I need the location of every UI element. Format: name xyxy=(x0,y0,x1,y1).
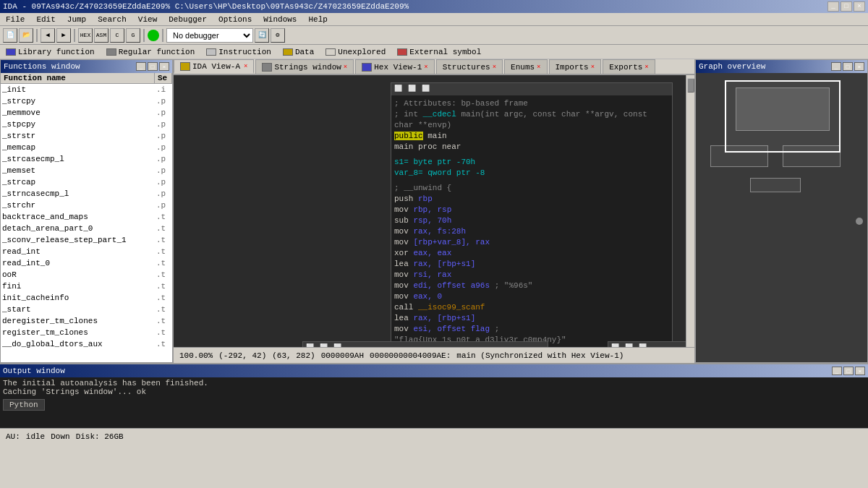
menu-jump[interactable]: Jump xyxy=(64,15,89,24)
graph-area[interactable]: ⬜⬜⬜ ; Attributes: bp-based frame ; int _… xyxy=(174,75,694,347)
graph-overview-content[interactable] xyxy=(696,73,867,362)
functions-minimize[interactable]: _ xyxy=(136,62,146,71)
minimize-button[interactable]: _ xyxy=(827,1,839,12)
list-item[interactable]: _memmove.p xyxy=(1,107,172,119)
functions-list[interactable]: _init.i _strcpy.p _memmove.p _stpcpy.p _… xyxy=(1,84,172,362)
strings-icon xyxy=(262,63,272,72)
list-item[interactable]: _strchr.p xyxy=(1,200,172,211)
legend-instruction: Instruction xyxy=(206,48,271,56)
list-item[interactable]: detach_arena_part_0.t xyxy=(1,223,172,234)
list-item[interactable]: _strcpy.p xyxy=(1,95,172,107)
menu-file[interactable]: File xyxy=(3,15,27,24)
output-content[interactable]: The initial autoanalysis has been finish… xyxy=(0,377,868,428)
list-item[interactable]: init_cacheinfo.t xyxy=(1,292,172,304)
tab-close-strings[interactable]: × xyxy=(344,64,347,71)
list-item[interactable]: _init.i xyxy=(1,84,172,95)
list-item[interactable]: read_int.t xyxy=(1,246,172,257)
scroll-thumb[interactable] xyxy=(687,78,694,93)
list-item[interactable]: _strstr.p xyxy=(1,130,172,142)
tab-close-enums[interactable]: × xyxy=(537,64,540,71)
public-main-line: public main xyxy=(394,131,669,142)
legend-unexplored: Unexplored xyxy=(326,48,386,56)
status-func-info: main (Synchronized with Hex View-1) xyxy=(456,351,624,360)
toolbar-sep-3 xyxy=(143,29,145,42)
refresh-button[interactable]: 🔄 xyxy=(255,28,269,43)
instr-mov-eax0: mov eax, 0 xyxy=(394,291,669,302)
functions-close[interactable]: × xyxy=(159,62,169,71)
list-item[interactable]: read_int_0.t xyxy=(1,257,172,269)
tryagain-block-header: ⬜⬜⬜ xyxy=(608,342,694,347)
col-header-seg: Se xyxy=(155,73,172,83)
tab-structures[interactable]: Structures × xyxy=(436,59,503,74)
tab-close-structures[interactable]: × xyxy=(493,64,496,71)
menu-help[interactable]: Help xyxy=(305,15,330,24)
var-decl: var_8= qword ptr -8 xyxy=(394,168,669,179)
functions-title-bar: Functions window _ □ × xyxy=(1,60,172,73)
new-button[interactable]: 📄 xyxy=(3,28,17,43)
functions-float[interactable]: □ xyxy=(148,62,158,71)
legend-unexplored-color xyxy=(326,48,336,56)
instr-call-scanf: call __isoc99_scanf xyxy=(394,302,669,313)
title-bar: IDA - 09TAs943c/Z47023659EZddaE209% C:\U… xyxy=(0,0,868,13)
code-button[interactable]: C xyxy=(110,28,124,43)
tab-close-hex[interactable]: × xyxy=(424,64,427,71)
overview-close[interactable]: × xyxy=(854,62,864,71)
output-float[interactable]: □ xyxy=(843,367,854,375)
list-item[interactable]: __do_global_dtors_aux.t xyxy=(1,338,172,350)
back-button[interactable]: ◀ xyxy=(41,28,55,43)
instr-mov3: mov [rbp+var_8], rax xyxy=(394,237,669,248)
output-minimize[interactable]: _ xyxy=(832,367,842,375)
overview-float[interactable]: □ xyxy=(843,62,853,71)
overview-minimize[interactable]: _ xyxy=(831,62,841,71)
debugger-dropdown[interactable]: No debugger xyxy=(166,28,253,43)
menu-edit[interactable]: Edit xyxy=(33,15,58,24)
list-item[interactable]: _memcap.p xyxy=(1,142,172,153)
output-close[interactable]: × xyxy=(855,367,865,375)
python-tab[interactable]: Python xyxy=(3,399,45,411)
menu-options[interactable]: Options xyxy=(216,15,255,24)
asm-button[interactable]: ASM xyxy=(94,28,109,43)
list-item[interactable]: backtrace_and_maps.t xyxy=(1,211,172,223)
list-item[interactable]: _strcap.p xyxy=(1,176,172,188)
toolbar-sep-2 xyxy=(74,29,75,42)
list-item[interactable]: register_tm_clones.t xyxy=(1,327,172,338)
tab-imports-label: Imports xyxy=(556,63,589,72)
menu-debugger[interactable]: Debugger xyxy=(166,15,210,24)
list-item[interactable]: _memset.p xyxy=(1,165,172,176)
tab-ida-view[interactable]: IDA View-A × xyxy=(174,59,254,74)
tab-hex-view[interactable]: Hex View-1 × xyxy=(355,59,434,74)
legend-instruction-label: Instruction xyxy=(218,48,271,56)
comment-bp-frame: ; Attributes: bp-based frame xyxy=(394,98,669,109)
instr-mov2: mov rax, fs:28h xyxy=(394,226,669,237)
menu-search[interactable]: Search xyxy=(95,15,129,24)
list-item[interactable]: _strcasecmp_l.p xyxy=(1,153,172,165)
open-button[interactable]: 📂 xyxy=(19,28,33,43)
list-item[interactable]: _start.t xyxy=(1,304,172,315)
graph-button[interactable]: G xyxy=(126,28,140,43)
menu-windows[interactable]: Windows xyxy=(260,15,299,24)
tab-close-ida[interactable]: × xyxy=(244,63,247,70)
tab-enums[interactable]: Enums × xyxy=(504,59,547,74)
hex-button[interactable]: HEX xyxy=(78,28,93,43)
menu-view[interactable]: View xyxy=(135,15,160,24)
list-item[interactable]: _sconv_release_step_part_1.t xyxy=(1,234,172,246)
maximize-button[interactable]: □ xyxy=(841,1,852,12)
list-item[interactable]: deregister_tm_clones.t xyxy=(1,315,172,327)
list-item[interactable]: _strncasecmp_l.p xyxy=(1,188,172,200)
tab-close-exports[interactable]: × xyxy=(644,64,648,71)
list-item[interactable]: fini.t xyxy=(1,281,172,292)
close-button[interactable]: × xyxy=(854,1,865,12)
tab-strings[interactable]: Strings window × xyxy=(255,59,354,74)
settings-button[interactable]: ⚙ xyxy=(271,28,285,43)
tab-close-imports[interactable]: × xyxy=(591,64,595,71)
status-offset: 00000000004009AE: xyxy=(370,351,451,360)
tab-imports[interactable]: Imports × xyxy=(549,59,602,74)
tab-exports[interactable]: Exports × xyxy=(603,59,655,74)
instr-sub: sub rsp, 70h xyxy=(394,215,669,226)
list-item[interactable]: ooR.t xyxy=(1,269,172,281)
right-scrollbar[interactable] xyxy=(686,75,694,347)
list-item[interactable]: _stpcpy.p xyxy=(1,119,172,130)
forward-button[interactable]: ▶ xyxy=(56,28,71,43)
run-button[interactable] xyxy=(148,30,159,41)
tab-bar: IDA View-A × Strings window × Hex View-1… xyxy=(174,59,694,75)
